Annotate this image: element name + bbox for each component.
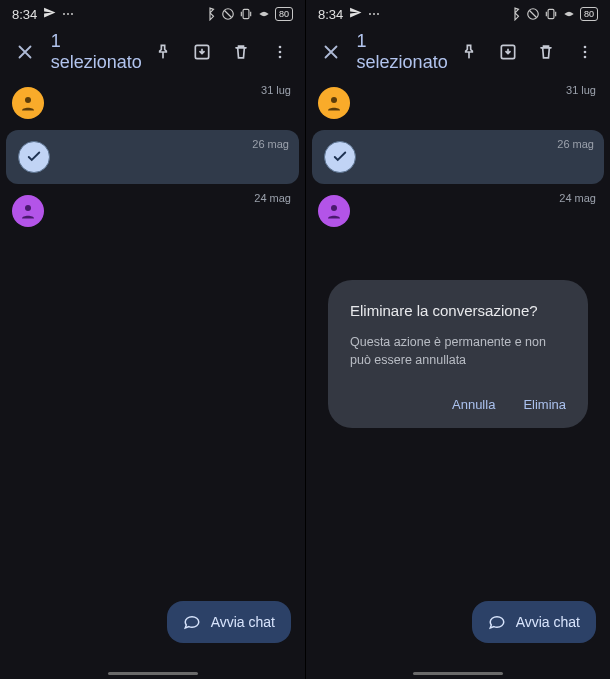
dialog-body: Questa azione è permanente e non può ess… xyxy=(350,333,566,369)
more-status-icon: ⋯ xyxy=(62,7,75,21)
selection-count: 1 selezionato xyxy=(47,31,142,73)
overflow-button[interactable] xyxy=(567,34,602,70)
conversation-date: 31 lug xyxy=(566,84,596,96)
selected-check-icon xyxy=(18,141,50,173)
archive-button[interactable] xyxy=(185,34,220,70)
dialog-cancel-button[interactable]: Annulla xyxy=(452,397,495,412)
status-bar: 8:34 ⋯ 80 xyxy=(0,0,305,28)
status-icons-right: 80 xyxy=(203,7,293,21)
vibrate-icon xyxy=(544,7,558,21)
svg-point-3 xyxy=(278,46,281,49)
chat-icon xyxy=(183,613,201,631)
svg-rect-9 xyxy=(548,9,554,18)
telegram-icon xyxy=(43,6,56,22)
overflow-button[interactable] xyxy=(262,34,297,70)
svg-point-14 xyxy=(331,97,337,103)
conversation-date: 24 mag xyxy=(559,192,596,204)
vibrate-icon xyxy=(239,7,253,21)
screen-right: 8:34 ⋯ 80 1 selezionato xyxy=(305,0,610,679)
conversation-item[interactable]: 31 lug xyxy=(306,76,610,130)
conversation-item[interactable]: 31 lug xyxy=(0,76,305,130)
nav-handle[interactable] xyxy=(108,672,198,675)
telegram-icon xyxy=(349,6,362,22)
conversation-date: 31 lug xyxy=(261,84,291,96)
avatar xyxy=(12,195,44,227)
dnd-icon xyxy=(526,7,540,21)
svg-point-5 xyxy=(278,56,281,59)
clock: 8:34 xyxy=(318,7,343,22)
selection-count: 1 selezionato xyxy=(353,31,448,73)
svg-point-13 xyxy=(583,56,586,59)
selection-action-bar: 1 selezionato xyxy=(0,28,305,76)
nav-handle[interactable] xyxy=(413,672,503,675)
close-selection-button[interactable] xyxy=(8,34,43,70)
avatar xyxy=(318,195,350,227)
battery-indicator: 80 xyxy=(275,7,293,21)
conversation-item[interactable]: 24 mag xyxy=(306,184,610,238)
battery-indicator: 80 xyxy=(580,7,598,21)
conversation-date: 26 mag xyxy=(557,138,594,150)
conversation-item[interactable]: 24 mag xyxy=(0,184,305,238)
start-chat-fab[interactable]: Avvia chat xyxy=(472,601,596,643)
svg-point-4 xyxy=(278,51,281,54)
delete-dialog: Eliminare la conversazione? Questa azion… xyxy=(328,280,588,428)
svg-rect-1 xyxy=(243,9,249,18)
clock: 8:34 xyxy=(12,7,37,22)
selected-check-icon xyxy=(324,141,356,173)
delete-button[interactable] xyxy=(529,34,564,70)
dialog-confirm-button[interactable]: Elimina xyxy=(523,397,566,412)
conversation-item-selected[interactable]: 26 mag xyxy=(312,130,604,184)
close-selection-button[interactable] xyxy=(314,34,349,70)
selection-action-bar: 1 selezionato xyxy=(306,28,610,76)
dnd-icon xyxy=(221,7,235,21)
svg-point-11 xyxy=(583,46,586,49)
conversation-list: 31 lug 26 mag 24 mag xyxy=(0,76,305,679)
status-icons-right: 80 xyxy=(508,7,598,21)
chat-icon xyxy=(488,613,506,631)
pin-button[interactable] xyxy=(146,34,181,70)
bluetooth-icon xyxy=(508,7,522,21)
avatar xyxy=(12,87,44,119)
svg-point-6 xyxy=(25,97,31,103)
svg-point-12 xyxy=(583,51,586,54)
archive-button[interactable] xyxy=(490,34,525,70)
wifi-icon xyxy=(257,7,271,21)
conversation-date: 26 mag xyxy=(252,138,289,150)
conversation-date: 24 mag xyxy=(254,192,291,204)
more-status-icon: ⋯ xyxy=(368,7,381,21)
dialog-title: Eliminare la conversazione? xyxy=(350,302,566,319)
fab-label: Avvia chat xyxy=(211,614,275,630)
svg-point-7 xyxy=(25,205,31,211)
status-bar: 8:34 ⋯ 80 xyxy=(306,0,610,28)
avatar xyxy=(318,87,350,119)
bluetooth-icon xyxy=(203,7,217,21)
screen-left: 8:34 ⋯ 80 1 selezionato xyxy=(0,0,305,679)
wifi-icon xyxy=(562,7,576,21)
svg-point-15 xyxy=(331,205,337,211)
conversation-item-selected[interactable]: 26 mag xyxy=(6,130,299,184)
delete-button[interactable] xyxy=(223,34,258,70)
pin-button[interactable] xyxy=(452,34,487,70)
fab-label: Avvia chat xyxy=(516,614,580,630)
start-chat-fab[interactable]: Avvia chat xyxy=(167,601,291,643)
